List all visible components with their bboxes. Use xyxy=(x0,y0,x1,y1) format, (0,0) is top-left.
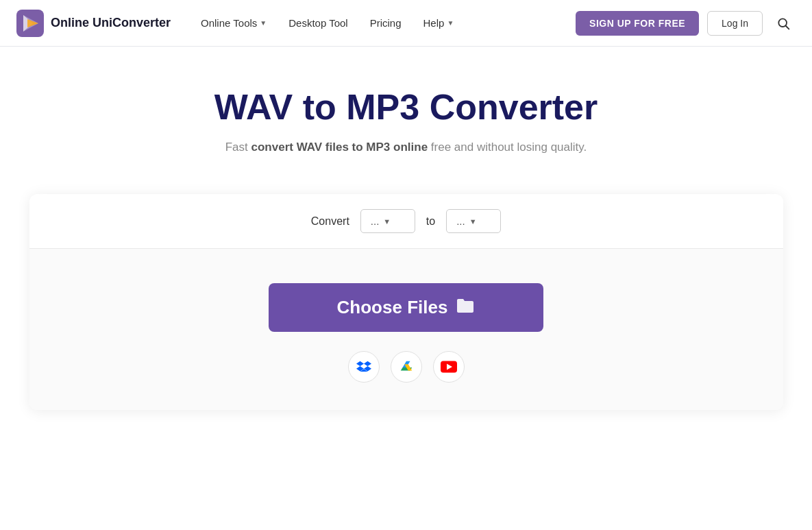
logo-icon xyxy=(16,10,44,37)
subtitle-highlight: convert WAV files to MP3 online xyxy=(251,141,428,154)
navbar: Online UniConverter Online Tools ▼ Deskt… xyxy=(0,0,812,47)
youtube-icon xyxy=(441,361,457,373)
google-drive-button[interactable] xyxy=(391,351,422,383)
choose-files-button[interactable]: Choose Files xyxy=(269,283,544,332)
converter-card: Convert ... ▼ to ... ▼ Choose Files xyxy=(29,194,783,410)
chevron-down-icon: ▼ xyxy=(447,19,454,27)
dropbox-icon xyxy=(356,359,371,374)
folder-icon xyxy=(456,298,475,318)
dropbox-button[interactable] xyxy=(348,351,380,383)
hero-section: WAV to MP3 Converter Fast convert WAV fi… xyxy=(0,47,812,175)
nav-item-help[interactable]: Help ▼ xyxy=(415,12,463,34)
convert-bar: Convert ... ▼ to ... ▼ xyxy=(29,194,783,249)
choose-files-label: Choose Files xyxy=(337,297,448,318)
search-button[interactable] xyxy=(771,11,796,36)
svg-line-5 xyxy=(786,25,789,29)
to-format-value: ... xyxy=(456,215,465,227)
login-button[interactable]: Log In xyxy=(707,11,763,36)
from-chevron-icon: ▼ xyxy=(383,217,391,226)
logo-link[interactable]: Online UniConverter xyxy=(16,10,171,37)
logo-text: Online UniConverter xyxy=(51,16,171,30)
nav-links: Online Tools ▼ Desktop Tool Pricing Help… xyxy=(193,12,576,34)
nav-item-desktop-tool[interactable]: Desktop Tool xyxy=(280,12,356,34)
subtitle-prefix: Fast xyxy=(225,141,251,154)
from-format-value: ... xyxy=(371,215,380,227)
from-format-select[interactable]: ... ▼ xyxy=(360,209,415,233)
nav-actions: SIGN UP FOR FREE Log In xyxy=(576,11,796,36)
chevron-down-icon: ▼ xyxy=(260,19,267,27)
search-icon xyxy=(776,16,790,30)
cloud-source-icons xyxy=(348,351,465,383)
to-format-select[interactable]: ... ▼ xyxy=(446,209,501,233)
google-drive-icon xyxy=(399,359,414,374)
to-label: to xyxy=(426,215,435,228)
nav-item-online-tools[interactable]: Online Tools ▼ xyxy=(193,12,275,34)
to-chevron-icon: ▼ xyxy=(469,217,477,226)
convert-label: Convert xyxy=(311,215,349,228)
nav-item-pricing[interactable]: Pricing xyxy=(362,12,410,34)
signup-button[interactable]: SIGN UP FOR FREE xyxy=(576,11,699,36)
drop-zone: Choose Files xyxy=(29,249,783,410)
hero-subtitle: Fast convert WAV files to MP3 online fre… xyxy=(16,141,796,154)
youtube-button[interactable] xyxy=(433,351,465,383)
page-title: WAV to MP3 Converter xyxy=(16,88,796,127)
subtitle-suffix: free and without losing quality. xyxy=(428,141,587,154)
